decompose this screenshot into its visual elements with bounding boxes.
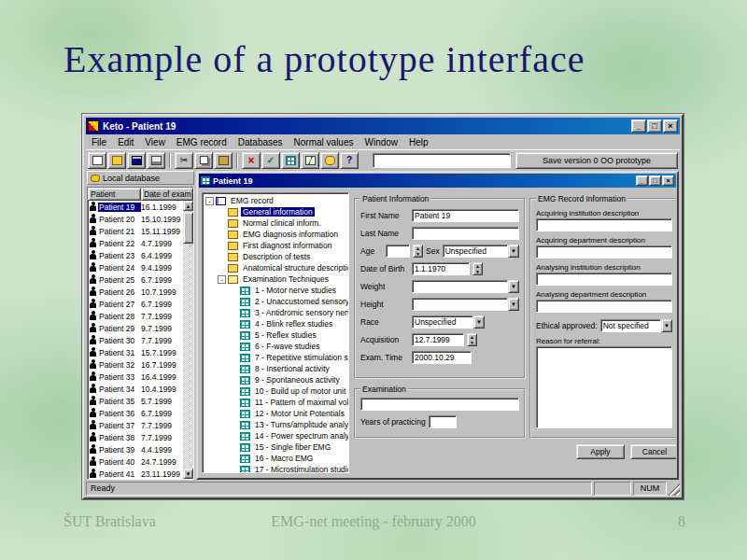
open-icon[interactable] xyxy=(107,152,126,169)
chevron-down-icon[interactable]: ▼ xyxy=(508,298,519,311)
menu-item[interactable]: Normal values xyxy=(289,136,359,148)
tree-item[interactable]: 15 - Single fiber EMG xyxy=(203,441,348,453)
patient-row[interactable]: Patient 39 4.4.1999 xyxy=(88,443,183,455)
column-header-date[interactable]: Date of exam xyxy=(141,188,193,201)
tree-item[interactable]: Normal clinical inform. xyxy=(203,217,348,229)
tree-item[interactable]: 12 - Motor Unit Potentials xyxy=(203,408,348,419)
menu-item[interactable]: Help xyxy=(403,136,434,148)
print-icon[interactable] xyxy=(147,152,165,169)
close-button[interactable]: × xyxy=(663,119,678,133)
save-version-button[interactable]: Save version 0 OO prototype xyxy=(515,152,678,169)
chevron-down-icon[interactable]: ▼ xyxy=(508,280,519,293)
child-maximize-button[interactable]: □ xyxy=(649,175,661,186)
dob-spinner[interactable]: ▲▼ xyxy=(472,262,483,275)
tree-expander-icon[interactable]: - xyxy=(205,197,214,205)
tree-item[interactable]: 13 - Turns/amplitude analysis xyxy=(203,419,348,430)
patient-row[interactable]: Patient 30 7.7.1999 xyxy=(88,334,183,346)
chevron-down-icon[interactable]: ▼ xyxy=(473,315,485,329)
tree-expander-icon[interactable] xyxy=(230,410,238,418)
patient-row[interactable]: Patient 26 10.7.1999 xyxy=(88,286,183,298)
tree-item[interactable]: 2 - Unaccustomed sensory nerve st xyxy=(203,296,348,307)
patient-row[interactable]: Patient 20 15.10.1999 xyxy=(88,213,183,225)
local-database-tab[interactable]: Local database xyxy=(87,171,194,185)
exam-time-field[interactable]: 2000.10.29 xyxy=(412,351,472,364)
toolbar-input[interactable] xyxy=(373,153,511,168)
patient-row[interactable]: Patient 24 9.4.1999 xyxy=(88,261,183,273)
patient-row[interactable]: Patient 25 6.7.1999 xyxy=(88,273,183,286)
tree-item[interactable]: 11 - Pattern of maximal voluntary xyxy=(203,397,348,408)
tree-expander-icon[interactable] xyxy=(230,466,238,474)
menu-item[interactable]: Window xyxy=(359,136,404,148)
tree-item[interactable]: - Examination Techniques xyxy=(203,273,348,285)
chevron-down-icon[interactable]: ▼ xyxy=(508,245,519,258)
tree-item[interactable]: General information xyxy=(203,206,348,217)
patient-row[interactable]: Patient 34 10.4.1999 xyxy=(88,383,183,395)
maximize-button[interactable]: □ xyxy=(647,119,662,133)
patient-row[interactable]: Patient 29 9.7.1999 xyxy=(88,322,183,334)
delete-icon[interactable] xyxy=(242,152,261,169)
minimize-button[interactable]: _ xyxy=(631,119,646,133)
tree-item[interactable]: 10 - Build up of motor unit patte. xyxy=(203,385,348,397)
tree-item[interactable]: - EMG record xyxy=(203,195,348,206)
race-combobox[interactable]: Unspecified ▼ xyxy=(412,315,485,329)
database-icon[interactable] xyxy=(320,152,339,169)
resize-grip[interactable] xyxy=(669,482,680,496)
patient-row[interactable]: Patient 21 15.11.1999 xyxy=(88,225,183,237)
tree-item[interactable]: 9 - Spontaneous activity xyxy=(203,374,348,385)
patient-row[interactable]: Patient 36 6.7.1999 xyxy=(88,407,183,419)
tree-item[interactable]: 3 - Antidromic sensory nerve stud xyxy=(203,307,348,318)
tree-item[interactable]: 5 - Reflex studies xyxy=(203,329,348,341)
patient-row[interactable]: Patient 37 7.7.1999 xyxy=(88,419,183,431)
app-titlebar[interactable]: Keto - Patient 19 _ □ × xyxy=(86,118,680,134)
patient-row[interactable]: Patient 31 15.7.1999 xyxy=(88,346,183,358)
tree-expander-icon[interactable] xyxy=(230,309,238,317)
patient-row[interactable]: Patient 32 16.7.1999 xyxy=(88,358,183,371)
cut-icon[interactable] xyxy=(175,152,193,169)
tree-expander-icon[interactable] xyxy=(230,287,238,295)
acquisition-spinner[interactable]: ▲▼ xyxy=(467,333,477,346)
grid-icon[interactable] xyxy=(281,152,300,169)
last-name-field[interactable] xyxy=(412,227,519,240)
graph-icon[interactable] xyxy=(301,152,319,169)
child-titlebar[interactable]: Patient 19 _ □ × xyxy=(199,174,676,188)
save-icon[interactable] xyxy=(127,152,146,169)
tree-expander-icon[interactable] xyxy=(230,343,238,351)
tree-item[interactable]: 7 - Repetitive stimulation studies xyxy=(203,352,348,363)
emg-field-input[interactable] xyxy=(536,273,672,286)
years-practicing-field[interactable] xyxy=(429,415,457,428)
tree-expander-icon[interactable] xyxy=(230,443,238,452)
scroll-up-icon[interactable]: ▲ xyxy=(183,201,193,211)
patient-row[interactable]: Patient 22 4.7.1999 xyxy=(88,237,183,249)
menu-item[interactable]: Edit xyxy=(112,136,139,148)
tree-expander-icon[interactable] xyxy=(230,455,238,463)
acquisition-field[interactable]: 12.7.1999 xyxy=(412,333,464,346)
tree-expander-icon[interactable] xyxy=(218,264,226,273)
tree-expander-icon[interactable] xyxy=(218,242,226,250)
age-spinner[interactable]: ▲▼ xyxy=(413,245,423,258)
tree-expander-icon[interactable] xyxy=(218,231,226,239)
tree-expander-icon[interactable] xyxy=(230,354,238,362)
cancel-button[interactable]: Cancel xyxy=(630,444,676,459)
patient-row[interactable]: Patient 19 16.1.1999 xyxy=(88,201,183,213)
chevron-down-icon[interactable]: ▼ xyxy=(661,319,672,332)
scroll-thumb[interactable] xyxy=(183,212,193,244)
patient-row[interactable]: Patient 28 7.7.1999 xyxy=(88,310,183,322)
tree-item[interactable]: Anatomical structure description xyxy=(203,262,348,273)
check-icon[interactable] xyxy=(261,152,280,169)
sex-combobox[interactable]: Unspecified ▼ xyxy=(443,245,519,258)
paste-icon[interactable] xyxy=(214,152,233,169)
patient-row[interactable]: Patient 41 23.11.1999 xyxy=(88,468,183,479)
tree-item[interactable]: First diagnost information xyxy=(203,240,348,251)
emg-field-input[interactable] xyxy=(536,245,672,259)
ethical-approved-combobox[interactable]: Not specified ▼ xyxy=(600,319,672,332)
patient-row[interactable]: Patient 27 6.7.1999 xyxy=(88,298,183,310)
tree-expander-icon[interactable] xyxy=(230,399,238,407)
tree-item[interactable]: EMG diagnosis information xyxy=(203,229,348,240)
menu-item[interactable]: File xyxy=(86,136,112,148)
tree-expander-icon[interactable] xyxy=(230,376,238,385)
tree-item[interactable]: 6 - F-wave studies xyxy=(203,341,348,352)
child-minimize-button[interactable]: _ xyxy=(636,175,648,186)
child-close-button[interactable]: × xyxy=(662,175,674,186)
menu-item[interactable]: Databases xyxy=(233,136,289,148)
patient-list-scrollbar[interactable]: ▲ ▼ xyxy=(183,201,193,479)
